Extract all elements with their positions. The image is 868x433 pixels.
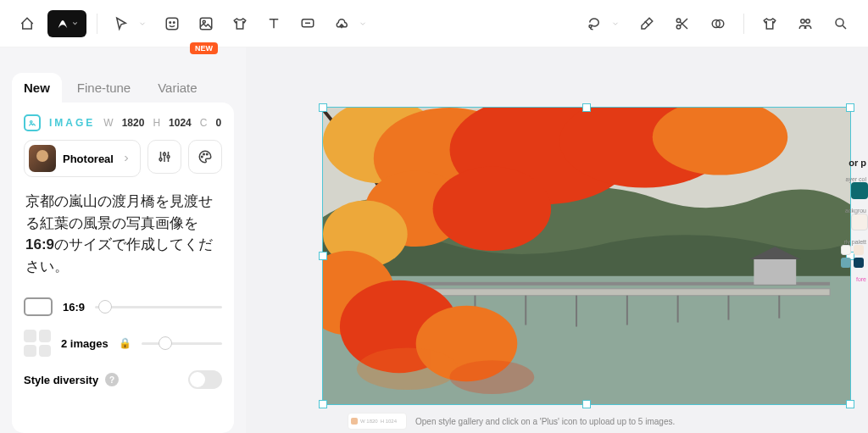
scissors-tool[interactable] [669, 10, 696, 37]
svg-point-14 [31, 121, 33, 124]
svg-point-15 [202, 156, 203, 158]
search-tool[interactable] [827, 10, 854, 37]
preset-selector[interactable]: Photoreal [24, 140, 141, 177]
chevron-down-icon[interactable] [359, 19, 367, 28]
aspect-icon[interactable] [24, 297, 53, 316]
tab-new[interactable]: New [12, 73, 62, 103]
svg-point-43 [357, 347, 459, 390]
upload-tool[interactable] [328, 10, 355, 37]
palette-chips[interactable] [841, 245, 868, 255]
svg-point-7 [676, 19, 681, 23]
chevron-right-icon [121, 153, 131, 164]
count-label: 2 images [61, 337, 108, 350]
svg-point-8 [676, 25, 681, 29]
new-badge: NEW [190, 42, 218, 54]
layer-color-chip[interactable] [851, 182, 868, 199]
cursor-tool[interactable] [108, 10, 135, 37]
aspect-slider[interactable] [95, 306, 222, 308]
eraser-tool[interactable] [633, 10, 660, 37]
preset-avatar [29, 145, 56, 172]
home-icon[interactable] [14, 10, 41, 37]
people-tool[interactable] [792, 10, 819, 37]
layer-color-label: ayer col [841, 176, 868, 182]
image-label: IMAGE [49, 117, 95, 129]
resize-handle-tr[interactable] [846, 103, 854, 112]
resize-handle-bm[interactable] [582, 400, 591, 408]
resize-handle-ml[interactable] [319, 252, 327, 260]
sliders-button[interactable] [147, 140, 181, 174]
lasso-tool[interactable] [581, 10, 608, 37]
height-value[interactable]: 1024 [169, 117, 192, 129]
svg-rect-31 [754, 259, 796, 285]
preset-name: Photoreal [63, 153, 114, 165]
text-tool[interactable] [260, 10, 287, 37]
face-tool[interactable] [159, 10, 186, 37]
tab-variate[interactable]: Variate [146, 73, 209, 103]
svg-point-17 [207, 153, 209, 155]
resize-handle-tm[interactable] [582, 103, 591, 112]
svg-point-6 [589, 25, 592, 27]
lock-icon: 🔒 [119, 337, 131, 349]
svg-point-11 [801, 19, 805, 23]
bg-color-label: ackgrou [841, 208, 868, 214]
style-thumbnail-mini[interactable]: W 1820H 1024 [348, 413, 407, 430]
aspect-label: 16:9 [63, 301, 85, 314]
style-diversity-label: Style diversity [24, 374, 98, 386]
svg-point-12 [806, 19, 810, 23]
svg-point-38 [433, 167, 552, 251]
more-label[interactable]: fore [841, 276, 868, 282]
tshirt-right-tool[interactable] [756, 10, 783, 37]
palette-label: rly palett [841, 239, 868, 245]
style-diversity-toggle[interactable] [188, 370, 222, 389]
svg-point-44 [450, 360, 535, 394]
count-icon[interactable] [24, 330, 51, 357]
chevron-down-icon[interactable] [138, 19, 147, 28]
help-icon[interactable]: ? [105, 373, 119, 386]
chevron-down-icon[interactable] [611, 19, 620, 28]
bg-color-chip[interactable] [851, 214, 868, 230]
resize-handle-br[interactable] [846, 400, 854, 408]
tshirt-tool[interactable] [226, 10, 253, 37]
blend-tool[interactable] [704, 10, 732, 37]
tab-fine-tune[interactable]: Fine-tune [65, 73, 142, 103]
count-slider[interactable] [142, 342, 222, 345]
rotation-label: C [200, 117, 208, 129]
style-hint: Open style gallery and click on a 'Plus'… [415, 417, 675, 426]
svg-point-16 [203, 153, 205, 155]
svg-point-13 [836, 19, 843, 26]
prompt-text-bold: 16:9 [25, 236, 54, 253]
height-label: H [153, 117, 160, 129]
svg-rect-0 [166, 18, 178, 30]
comment-tool[interactable] [294, 10, 321, 37]
svg-rect-3 [200, 18, 212, 30]
image-tool[interactable] [192, 10, 220, 37]
svg-point-1 [170, 21, 171, 23]
resize-handle-bl[interactable] [319, 400, 327, 408]
width-value[interactable]: 1820 [122, 117, 145, 129]
prompt-text-2: のサイズで作成してください。 [25, 236, 213, 275]
rotation-value[interactable]: 0 [215, 117, 221, 129]
prompt-text-1: 京都の嵐山の渡月橋を見渡せる紅葉の風景の写真画像を [25, 193, 213, 231]
image-mode-icon [24, 114, 41, 131]
width-label: W [103, 117, 113, 129]
svg-point-4 [203, 20, 205, 23]
brand-selector[interactable] [47, 10, 86, 37]
right-header: or p [841, 158, 868, 168]
resize-handle-tl[interactable] [319, 103, 327, 112]
palette-button[interactable] [188, 140, 222, 174]
svg-point-2 [174, 21, 175, 23]
prompt-input[interactable]: 京都の嵐山の渡月橋を見渡せる紅葉の風景の写真画像を16:9のサイズで作成してくだ… [24, 186, 222, 282]
right-color-panel: or p ayer col ackgrou rly palett [841, 158, 868, 282]
canvas-image[interactable] [322, 107, 851, 405]
